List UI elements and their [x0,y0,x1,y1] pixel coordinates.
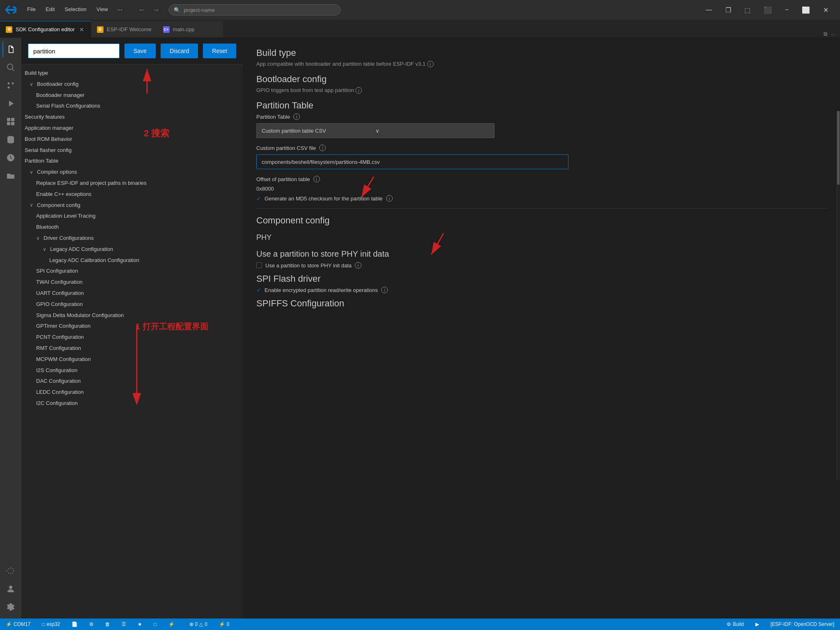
status-errors[interactable]: ⊗ 0 △ 0 [187,619,210,630]
status-com17[interactable]: ⚡ COM17 [3,619,33,630]
tree-item-uart[interactable]: UART Configuration [21,288,243,299]
config-search-input[interactable] [28,44,120,58]
window-restore-button[interactable]: ❒ [719,0,738,20]
tree-item-bootloader-manager[interactable]: Bootloader manager [21,90,243,101]
main-scrollbar[interactable] [836,111,840,481]
tab-sdk-close[interactable]: ✕ [78,26,85,33]
split-editor-icon[interactable]: ⧉ [824,31,827,37]
tree-item-gpio[interactable]: GPIO Configuration [21,299,243,310]
tree-item-boot-rom[interactable]: Boot ROM Behavior [21,134,243,145]
save-button[interactable]: Save [124,44,156,58]
nav-back-button[interactable]: ← [136,5,148,15]
tree-item-partition-table[interactable]: Partition Table [21,156,243,167]
tree-item-ledc[interactable]: LEDC Configuration [21,387,243,398]
phy-partition-info-icon[interactable]: i [355,262,361,269]
activity-account-icon[interactable] [2,581,19,597]
menu-file[interactable]: File [23,5,40,15]
tree-item-component-config[interactable]: ∨ Component config [21,200,243,211]
status-esp32[interactable]: □ esp32 [39,619,62,630]
activity-ai-icon[interactable] [2,149,19,166]
menu-edit[interactable]: Edit [41,5,59,15]
tree-item-twai[interactable]: TWAI Configuration [21,277,243,288]
tree-item-i2s[interactable]: I2S Configuration [21,365,243,376]
status-run[interactable]: ▶ [753,619,762,630]
tree-item-driver-config[interactable]: ∨ Driver Configurations [21,233,243,244]
tree-label: Compiler options [37,168,77,177]
activity-debug-icon[interactable] [2,95,19,112]
tree-label: GPTimer Configuration [36,322,90,331]
window-layout-button[interactable]: ⬚ [738,0,757,20]
tree-item-app-manager[interactable]: Application manager [21,123,243,134]
tree-item-legacy-adc[interactable]: ∨ Legacy ADC Configuration [21,244,243,255]
menu-selection[interactable]: Selection [60,5,90,15]
reset-button[interactable]: Reset [203,44,236,58]
offset-info-icon[interactable]: i [313,176,320,182]
activity-settings-sync-icon[interactable] [2,563,19,579]
activity-folder-icon[interactable] [2,168,19,184]
tree-item-compiler-options[interactable]: ∨ Compiler options [21,167,243,178]
tree-item-rmt[interactable]: RMT Configuration [21,343,243,354]
status-trash-icon[interactable]: 🗑 [103,619,113,630]
activity-gear-icon[interactable] [2,599,19,615]
md5-info-icon[interactable]: i [386,195,393,202]
partition-table-dropdown[interactable]: Custom partition table CSV ∨ [256,123,495,138]
status-openocd[interactable]: [ESP-IDF: OpenOCD Server] [768,619,837,630]
tree-item-sigma-delta[interactable]: Sigma Delta Modulator Configuration [21,310,243,321]
status-star-icon[interactable]: ★ [135,619,145,630]
window-minimize2-button[interactable]: − [778,0,795,20]
status-flash-icon[interactable]: ⚡ [166,619,177,630]
csv-file-info-icon[interactable]: i [319,145,326,151]
discard-button[interactable]: Discard [161,44,198,58]
tree-item-serial-flasher[interactable]: Serial flasher config [21,145,243,156]
tree-item-replace-paths[interactable]: Replace ESP-IDF and project paths in bin… [21,178,243,189]
status-window-icon[interactable]: □ [151,619,159,630]
tree-item-gptimer[interactable]: GPTimer Configuration [21,321,243,332]
window-maximize-button[interactable]: ⬜ [795,0,817,20]
build-type-info-icon[interactable]: i [427,61,434,67]
tree-item-cpp-exceptions[interactable]: Enable C++ exceptions [21,189,243,200]
tree-item-legacy-adc-cal[interactable]: Legacy ADC Calibration Configuration [21,255,243,266]
tree-item-app-tracing[interactable]: Application Level Tracing [21,211,243,222]
more-tabs-icon[interactable]: ··· [831,31,835,37]
bootloader-info-icon[interactable]: i [355,87,362,94]
window-close-button[interactable]: ✕ [817,0,835,20]
window-minimize-button[interactable]: — [699,0,719,20]
status-menu-icon[interactable]: ☰ [119,619,129,630]
titlebar-search-text: project-name [184,7,215,13]
tree-item-spi[interactable]: SPI Configuration [21,266,243,277]
status-info[interactable]: ⚡ 0 [216,619,232,630]
activity-extensions-icon[interactable] [2,113,19,130]
status-settings-icon[interactable]: ⚙ [87,619,96,630]
tree-item-i2c[interactable]: I2C Configuration [21,398,243,409]
tab-esp-idf[interactable]: ⚙ ESP-IDF Welcome [91,21,157,37]
status-com17-label: COM17 [14,621,30,627]
tree-item-build-type[interactable]: Build type [21,68,243,79]
nav-forward-button[interactable]: → [150,5,162,15]
status-build[interactable]: ⚙ Build [724,619,746,630]
activity-git-icon[interactable] [2,77,19,94]
tree-label: Legacy ADC Configuration [50,245,113,254]
tree-item-security[interactable]: Security features [21,112,243,123]
tree-item-bootloader-config[interactable]: ∨ Bootloader config [21,79,243,90]
encrypt-info-icon[interactable]: i [381,287,388,293]
menu-more[interactable]: ··· [114,5,126,15]
activity-explorer-icon[interactable] [2,41,19,57]
tree-item-pcnt[interactable]: PCNT Configuration [21,332,243,343]
partition-table-info-icon[interactable]: i [293,113,300,120]
activity-database-icon[interactable] [2,131,19,148]
tab-main-cpp[interactable]: C+ main.cpp [157,21,223,37]
tree-label: Bootloader manager [36,91,85,100]
tab-sdk-config[interactable]: ⚙ SDK Configuration editor ✕ [0,21,91,37]
window-layout2-button[interactable]: ⬛ [757,0,778,20]
tree-label: UART Configuration [36,289,84,298]
tree-item-dac[interactable]: DAC Configuration [21,376,243,387]
tree-item-bluetooth[interactable]: Bluetooth [21,222,243,233]
csv-file-input[interactable] [256,154,568,169]
scrollbar-thumb[interactable] [837,111,840,185]
menu-view[interactable]: View [92,5,112,15]
titlebar-search[interactable]: 🔍 project-name [168,4,341,16]
status-file-icon[interactable]: 📄 [69,619,80,630]
tree-item-serial-flash[interactable]: Serial Flash Configurations [21,101,243,112]
activity-search-icon[interactable] [2,59,19,76]
tree-item-mcpwm[interactable]: MCPWM Configuration [21,354,243,365]
